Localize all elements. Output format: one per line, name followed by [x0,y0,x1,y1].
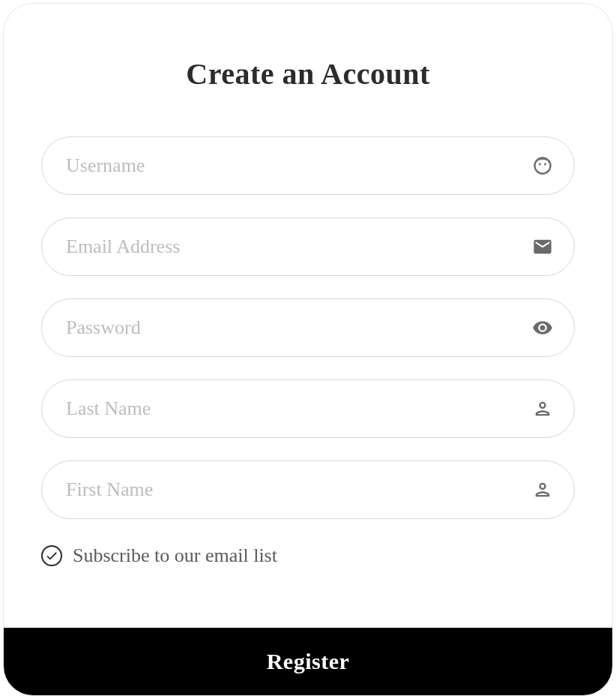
email-field-wrapper [41,218,575,276]
password-field-wrapper [41,298,575,357]
username-field-wrapper [41,136,575,195]
card-body: Create an Account [4,4,612,628]
page-title: Create an Account [41,56,575,92]
lastname-input[interactable] [41,380,575,438]
face-icon [531,154,554,177]
username-input[interactable] [41,136,575,195]
password-input[interactable] [41,298,575,357]
subscribe-checkbox[interactable] [41,545,62,566]
email-icon [531,236,554,258]
person-icon [531,478,554,501]
register-button[interactable]: Register [4,628,612,695]
eye-icon[interactable] [531,316,554,339]
registration-card: Create an Account [3,3,613,696]
subscribe-row: Subscribe to our email list [41,544,575,567]
email-input[interactable] [41,218,575,276]
firstname-field-wrapper [41,460,575,519]
subscribe-label: Subscribe to our email list [73,544,277,567]
lastname-field-wrapper [41,380,575,438]
register-label: Register [267,649,350,674]
person-icon [531,398,554,420]
check-icon [45,549,58,562]
firstname-input[interactable] [41,460,575,519]
